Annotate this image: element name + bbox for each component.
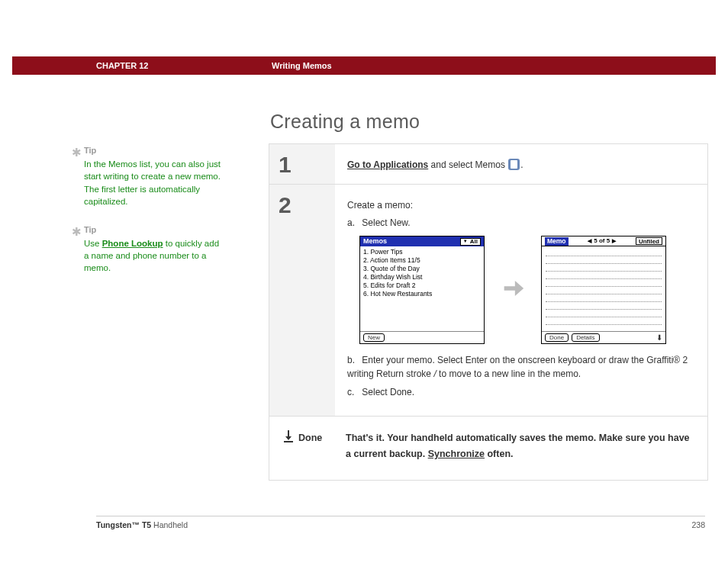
- tip-body: In the Memos list, you can also just sta…: [84, 158, 221, 207]
- memos-list-screenshot: Memos ▼All 1. Power Tips 2. Action Items…: [359, 236, 485, 344]
- substep-a: a. Select New.: [347, 216, 692, 230]
- prev-arrow-icon[interactable]: ◀: [588, 237, 591, 246]
- done-message: That's it. Your handheld automatically s…: [346, 433, 690, 459]
- dropdown-arrow-icon: ▼: [463, 238, 468, 245]
- step-row: 2 Create a memo: a. Select New. Memos ▼A…: [269, 184, 708, 416]
- done-button[interactable]: Done: [545, 333, 569, 342]
- list-item[interactable]: 2. Action Items 11/5: [363, 256, 481, 265]
- substep-c: c. Select Done.: [347, 385, 692, 399]
- list-item[interactable]: 3. Quote of the Day: [363, 265, 481, 273]
- page-footer: Tungsten™ T5 Handheld 238: [96, 516, 705, 529]
- memos-icon: [508, 159, 520, 170]
- product-bold: Tungsten™ T5: [96, 520, 151, 529]
- step-body: Go to Applications and select Memos .: [335, 144, 707, 184]
- memos-list: 1. Power Tips 2. Action Items 11/5 3. Qu…: [360, 246, 484, 331]
- phone-lookup-link[interactable]: Phone Lookup: [102, 239, 163, 248]
- category-selector[interactable]: Unfiled: [636, 237, 662, 245]
- tip-text: Use: [84, 239, 102, 248]
- page-number: 238: [691, 520, 705, 529]
- done-message: often.: [485, 449, 514, 459]
- product-rest: Handheld: [151, 520, 188, 529]
- tip-item: ✱ Tip In the Memos list, you can also ju…: [84, 145, 221, 208]
- step-text: .: [520, 159, 523, 170]
- product-name: Tungsten™ T5 Handheld: [96, 520, 188, 529]
- tip-label: Tip: [84, 145, 221, 156]
- category-dropdown[interactable]: ▼All: [460, 238, 481, 246]
- section-label: Writing Memos: [272, 61, 332, 70]
- substep-b: b. Enter your memo. Select Enter on the …: [347, 353, 692, 381]
- steps-content: 1 Go to Applications and select Memos . …: [269, 143, 708, 481]
- list-item[interactable]: 1. Power Tips: [363, 248, 481, 256]
- details-button[interactable]: Details: [572, 333, 599, 342]
- svg-rect-0: [284, 441, 293, 442]
- palm-titlebar: Memo ◀ 5 of 5 ▶ Unfiled: [542, 236, 665, 246]
- substep-label: c.: [347, 385, 359, 399]
- done-arrow-icon: [283, 430, 294, 448]
- memo-navigation[interactable]: ◀ 5 of 5 ▶: [588, 236, 616, 246]
- asterisk-icon: ✱: [72, 144, 82, 160]
- tips-sidebar: ✱ Tip In the Memos list, you can also ju…: [84, 145, 221, 291]
- substep-label: a.: [347, 216, 359, 230]
- chapter-label: CHAPTER 12: [96, 61, 148, 70]
- list-item[interactable]: 5. Edits for Draft 2: [363, 282, 481, 290]
- tip-label: Tip: [84, 224, 221, 236]
- step-intro: Create a memo:: [347, 198, 692, 212]
- substep-text: to move to a new line in the memo.: [436, 368, 581, 379]
- palm-footer: New: [360, 331, 484, 343]
- substep-text: Select New.: [362, 217, 410, 228]
- substep-label: b.: [347, 353, 359, 367]
- memo-text-area[interactable]: [542, 246, 665, 331]
- list-item[interactable]: 4. Birthday Wish List: [363, 273, 481, 282]
- memo-position: 5 of 5: [594, 236, 610, 246]
- scroll-down-icon[interactable]: ⬇: [656, 332, 662, 343]
- tip-item: ✱ Tip Use Phone Lookup to quickly add a …: [84, 224, 221, 275]
- go-to-applications-link[interactable]: Go to Applications: [347, 159, 428, 170]
- new-button[interactable]: New: [363, 333, 385, 342]
- palm-titlebar: Memos ▼All: [360, 236, 484, 246]
- page-title: Creating a memo: [270, 111, 420, 133]
- chapter-header: CHAPTER 12 Writing Memos: [12, 56, 716, 75]
- palm-footer: Done Details ⬇: [542, 331, 665, 343]
- next-arrow-icon[interactable]: ▶: [612, 237, 616, 246]
- done-label-group: Done: [279, 430, 333, 463]
- done-text: That's it. Your handheld automatically s…: [346, 430, 692, 463]
- list-item[interactable]: 6. Hot New Restaurants: [363, 290, 481, 298]
- done-row: Done That's it. Your handheld automatica…: [269, 416, 708, 481]
- tip-body: Use Phone Lookup to quickly add a name a…: [84, 237, 221, 274]
- asterisk-icon: ✱: [72, 224, 82, 240]
- step-row: 1 Go to Applications and select Memos .: [269, 143, 708, 184]
- palm-title-text: Memo: [545, 237, 569, 246]
- step-number: 1: [269, 144, 335, 184]
- step-body: Create a memo: a. Select New. Memos ▼All: [335, 185, 707, 416]
- synchronize-link[interactable]: Synchronize: [428, 449, 485, 459]
- done-label: Done: [298, 430, 322, 446]
- memo-edit-screenshot: Memo ◀ 5 of 5 ▶ Unfiled Don: [541, 236, 666, 344]
- category-label: All: [470, 238, 478, 245]
- step-text: and select Memos: [428, 159, 507, 170]
- palm-title-text: Memos: [363, 236, 387, 247]
- screenshots-row: Memos ▼All 1. Power Tips 2. Action Items…: [359, 236, 692, 344]
- substep-text: Select Done.: [362, 387, 414, 397]
- arrow-right-icon: [500, 275, 526, 305]
- step-number: 2: [269, 185, 335, 416]
